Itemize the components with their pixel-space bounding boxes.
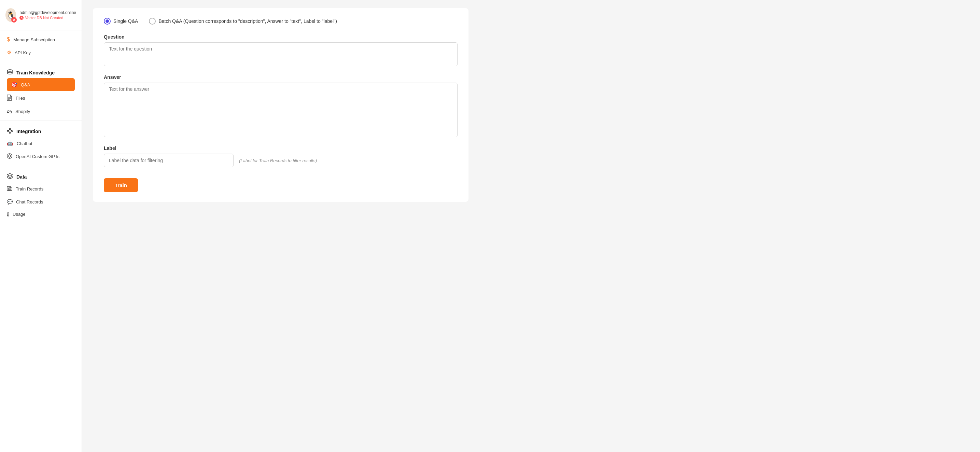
sidebar-item-openai-custom-gpts[interactable]: OpenAI Custom GPTs [0, 150, 82, 163]
svg-point-0 [8, 70, 12, 72]
label-row: (Label for Train Records to filter resul… [104, 154, 458, 167]
openai-icon [7, 153, 12, 160]
sidebar-item-train-records[interactable]: Train Records [0, 182, 82, 196]
radio-group: Single Q&A Batch Q&A (Question correspon… [104, 18, 458, 25]
usage-icon: ₿ [7, 211, 9, 217]
divider [0, 62, 82, 62]
vector-db-status[interactable]: ✕ Vector DB Not Created [19, 16, 76, 20]
chatbot-icon: 🤖 [7, 140, 13, 146]
sidebar-item-label: OpenAI Custom GPTs [16, 154, 59, 159]
label-hint: (Label for Train Records to filter resul… [239, 158, 317, 163]
radio-batch-qa[interactable]: Batch Q&A (Question corresponds to "desc… [149, 18, 337, 25]
train-records-icon [7, 186, 12, 192]
sidebar-item-chatbot[interactable]: 🤖 Chatbot [0, 137, 82, 150]
train-button[interactable]: Train [104, 178, 138, 192]
label-label: Label [104, 145, 458, 151]
user-section: 🐧 ✕ admin@gptdevelopment.online ✕ Vector… [0, 5, 82, 27]
sidebar-item-label: Manage Subscription [13, 37, 55, 42]
section-integration: Integration [0, 124, 82, 137]
label-input[interactable] [104, 154, 234, 167]
sidebar-item-shopify[interactable]: 🛍 Shopify [0, 105, 82, 118]
sidebar-item-label: Chat Records [16, 199, 43, 204]
dollar-icon: $ [7, 37, 10, 43]
section-data: Data [0, 169, 82, 182]
target-icon: 🎯 [11, 81, 18, 88]
svg-rect-14 [8, 188, 12, 191]
gear-icon: ⚙ [7, 49, 11, 56]
avatar-badge: ✕ [11, 17, 17, 22]
sidebar-item-label: Chatbot [17, 141, 32, 146]
sidebar-item-manage-subscription[interactable]: $ Manage Subscription [0, 33, 82, 46]
sidebar-item-label: Usage [13, 212, 25, 217]
radio-label-batch-qa: Batch Q&A (Question corresponds to "desc… [158, 18, 337, 24]
divider [0, 166, 82, 166]
integration-icon [7, 128, 13, 135]
status-dot-icon: ✕ [19, 16, 24, 20]
sidebar-item-label: API Key [15, 50, 31, 55]
files-icon [7, 95, 12, 102]
database-icon [7, 69, 13, 76]
shopify-icon: 🛍 [7, 108, 12, 115]
sidebar-item-label: Files [16, 95, 25, 101]
answer-label: Answer [104, 75, 458, 80]
question-label: Question [104, 34, 458, 40]
divider [0, 121, 82, 121]
layers-icon [7, 173, 13, 180]
user-info: admin@gptdevelopment.online ✕ Vector DB … [19, 10, 76, 20]
sidebar-item-files[interactable]: Files [0, 91, 82, 105]
chat-records-icon: 💬 [7, 199, 13, 204]
divider [0, 30, 82, 30]
sidebar: 🐧 ✕ admin@gptdevelopment.online ✕ Vector… [0, 0, 82, 452]
sidebar-item-qna[interactable]: 🎯 Q&A [7, 78, 75, 91]
radio-button-single-qa[interactable] [104, 18, 111, 25]
answer-input[interactable] [104, 83, 458, 137]
sidebar-item-chat-records[interactable]: 💬 Chat Records [0, 196, 82, 208]
question-input[interactable] [104, 42, 458, 66]
question-field-group: Question [104, 34, 458, 68]
user-email: admin@gptdevelopment.online [19, 10, 76, 15]
sidebar-item-label: Q&A [21, 82, 30, 88]
radio-button-batch-qa[interactable] [149, 18, 156, 25]
form-container: Single Q&A Batch Q&A (Question correspon… [93, 8, 468, 202]
sidebar-item-label: Shopify [15, 109, 30, 114]
main-content: Single Q&A Batch Q&A (Question correspon… [82, 0, 980, 452]
avatar: 🐧 ✕ [5, 8, 16, 22]
sidebar-item-label: Train Records [16, 186, 43, 191]
sidebar-item-api-key[interactable]: ⚙ API Key [0, 46, 82, 59]
section-train-knowledge: Train Knowledge [0, 65, 82, 78]
sidebar-item-usage[interactable]: ₿ Usage [0, 208, 82, 220]
radio-single-qa[interactable]: Single Q&A [104, 18, 138, 25]
radio-label-single-qa: Single Q&A [113, 18, 138, 24]
label-field-group: Label (Label for Train Records to filter… [104, 145, 458, 167]
answer-field-group: Answer [104, 75, 458, 138]
